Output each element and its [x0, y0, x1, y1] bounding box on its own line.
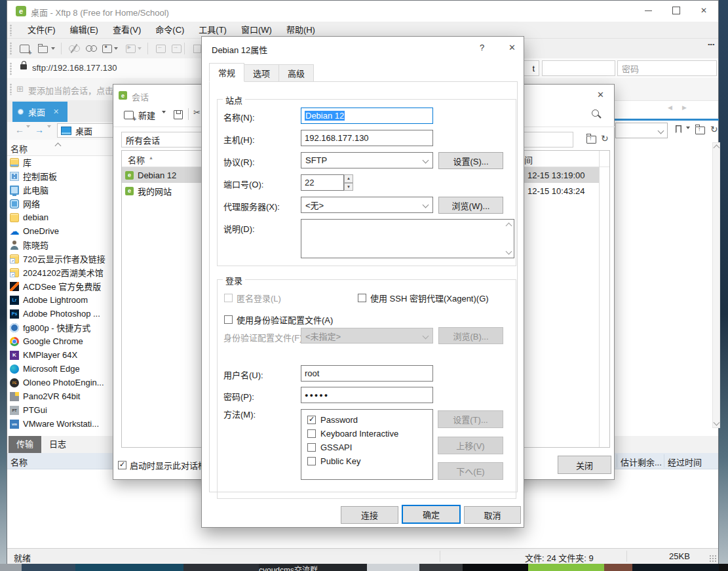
back-icon[interactable]: ← — [15, 125, 24, 135]
ssh-agent-checkbox[interactable]: 使用 SSH 密钥代理(Xagent)(G) — [358, 292, 489, 304]
quick-password-field[interactable]: 密码 — [617, 60, 717, 76]
remote-path-combo[interactable] — [615, 123, 668, 138]
properties-tab[interactable]: 常规 — [209, 63, 244, 82]
cut-icon[interactable]: ✂ — [193, 108, 201, 117]
transfer-elapsed-column[interactable]: 经过时间 — [668, 456, 702, 468]
port-input[interactable]: 22 — [301, 174, 344, 191]
name-input[interactable]: Debian 12 — [301, 108, 433, 124]
checkbox-icon[interactable] — [307, 416, 316, 424]
forward-dropdown-icon[interactable] — [47, 128, 51, 138]
scroll-down-icon[interactable] — [506, 248, 512, 255]
method-row[interactable]: Keyboard Interactive — [307, 427, 432, 441]
auth-profile-browse-button[interactable]: 浏览(B)... — [438, 327, 503, 344]
spin-up-icon[interactable]: ▲ — [344, 174, 353, 183]
open-session-icon[interactable] — [35, 41, 50, 56]
menu-item[interactable]: 命令(C) — [148, 22, 191, 39]
session-properties-dropdown-icon[interactable] — [112, 41, 120, 56]
open-session-dropdown-icon[interactable] — [49, 41, 57, 56]
bookmark-icon[interactable] — [676, 125, 681, 133]
help-icon[interactable]: ? — [480, 43, 484, 52]
menu-item[interactable]: 查看(V) — [105, 22, 148, 39]
protocol-select[interactable]: SFTP — [301, 152, 433, 168]
method-row[interactable]: GSSAPI — [307, 441, 432, 454]
quick-port-field[interactable] — [542, 60, 615, 76]
checkbox-icon[interactable] — [118, 461, 126, 469]
use-auth-profile-checkbox[interactable]: 使用身份验证配置文件(A) — [224, 313, 333, 326]
addressbar-grip[interactable] — [10, 62, 12, 75]
bookmark-dropdown-icon[interactable] — [686, 129, 690, 139]
spin-down-icon[interactable]: ▼ — [344, 183, 353, 191]
transfer-dropdown-icon[interactable] — [136, 41, 144, 56]
forward-icon[interactable]: → — [35, 125, 44, 135]
new-session-label[interactable]: 新建 — [138, 109, 155, 121]
disconnect-icon[interactable] — [66, 41, 82, 56]
checkbox-icon[interactable] — [307, 457, 316, 465]
method-settings-button[interactable]: 设置(T)... — [438, 410, 503, 428]
description-textarea[interactable] — [301, 219, 514, 258]
address-url[interactable]: sftp://192.168.177.130 — [32, 63, 117, 73]
scroll-up-icon[interactable] — [506, 223, 512, 229]
session-name-column[interactable]: 名称 — [128, 153, 145, 166]
refresh-icon[interactable]: ↻ — [601, 134, 609, 143]
tab-scroll-left-icon[interactable]: ◀ — [668, 104, 672, 111]
new-session-icon[interactable] — [124, 111, 134, 119]
session-time-column[interactable]: 间 — [524, 153, 533, 166]
name-column-header[interactable]: 名称 — [10, 142, 28, 155]
folder-up-icon[interactable] — [586, 136, 596, 144]
transfer-tab[interactable]: 日志 — [41, 436, 74, 453]
menu-item[interactable]: 文件(F) — [20, 22, 63, 39]
resize-grip[interactable] — [709, 555, 717, 562]
show-on-startup-checkbox[interactable]: 启动时显示此对话框( — [118, 459, 209, 471]
tab-close-icon[interactable]: ✕ — [53, 108, 59, 116]
session-tabbar-grip[interactable] — [10, 83, 12, 95]
protocol-settings-button[interactable]: 设置(S)... — [438, 152, 503, 169]
search-icon[interactable] — [592, 109, 599, 117]
menubar-grip[interactable] — [10, 24, 12, 36]
export-icon[interactable] — [168, 41, 184, 56]
move-down-button[interactable]: 下へ(E) — [438, 462, 503, 480]
new-session-dropdown-icon[interactable] — [162, 113, 166, 123]
method-row[interactable]: Password — [307, 413, 432, 427]
close-button[interactable] — [691, 1, 717, 20]
password-input[interactable]: ●●●●● — [301, 387, 433, 403]
properties-tab[interactable]: 选项 — [244, 64, 279, 82]
checkbox-icon[interactable] — [307, 429, 316, 438]
maximize-button[interactable] — [663, 1, 689, 20]
host-input[interactable]: 192.168.177.130 — [301, 130, 433, 146]
back-dropdown-icon[interactable] — [26, 128, 30, 138]
method-row[interactable]: Public Key — [307, 454, 432, 468]
link-icon[interactable] — [83, 41, 99, 56]
transfer-tab[interactable]: 传输 — [9, 436, 41, 453]
tab-scroll-right-icon[interactable]: ▶ — [682, 104, 687, 111]
checkbox-icon[interactable] — [224, 315, 233, 324]
remote-folder-up-icon[interactable] — [695, 127, 705, 134]
remote-refresh-icon[interactable]: ↻ — [710, 125, 718, 134]
import-icon[interactable] — [153, 41, 168, 56]
cancel-button[interactable]: 取消 — [464, 506, 521, 524]
username-input[interactable]: root — [301, 365, 433, 382]
checkbox-icon[interactable] — [224, 294, 233, 302]
checkbox-icon[interactable] — [358, 294, 366, 302]
remote-scrollbar[interactable] — [712, 142, 720, 428]
proxy-browse-button[interactable]: 浏览(W)... — [438, 197, 503, 214]
connect-button[interactable]: 连接 — [341, 506, 398, 524]
proxy-select[interactable]: <无> — [301, 197, 433, 213]
menu-item[interactable]: 编辑(E) — [63, 22, 105, 39]
toolbar-grip[interactable] — [10, 42, 12, 55]
auth-profile-select[interactable]: <未指定> — [301, 328, 433, 344]
anonymous-checkbox[interactable]: 匿名登录(L) — [224, 292, 281, 304]
add-session-tab-icon[interactable]: ⊞ — [16, 84, 24, 94]
ok-button[interactable]: 确定 — [402, 505, 461, 524]
minimize-button[interactable] — [635, 1, 661, 20]
toolbar-overflow-icon[interactable]: ⋮ — [706, 41, 716, 49]
properties-close-icon[interactable]: ✕ — [508, 43, 516, 52]
session-dialog-close-icon[interactable]: ✕ — [597, 90, 604, 100]
close-session-dialog-button[interactable]: 关闭 — [558, 456, 611, 474]
new-session-icon[interactable] — [16, 41, 32, 56]
move-up-button[interactable]: 上移(V) — [438, 437, 503, 454]
local-tab-desktop[interactable]: 桌面 ✕ — [12, 102, 67, 122]
transfer-est-remaining-column[interactable]: 估计剩余... — [621, 456, 662, 468]
properties-tab[interactable]: 高级 — [278, 64, 314, 82]
transfer-name-column[interactable]: 名称 — [10, 456, 28, 468]
checkbox-icon[interactable] — [307, 443, 316, 452]
